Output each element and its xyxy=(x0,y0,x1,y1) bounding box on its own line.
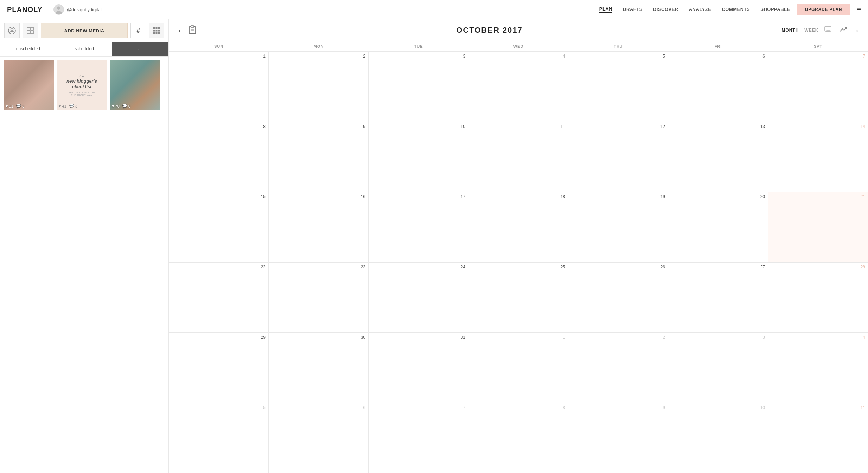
calendar-cell[interactable]: 25 xyxy=(468,263,568,332)
calendar-cell[interactable]: 7 xyxy=(768,52,868,122)
calendar-cell[interactable]: 9 xyxy=(269,122,369,192)
sidebar-toolbar: ADD NEW MEDIA # xyxy=(0,19,168,42)
media-item[interactable]: the new blogger'schecklist SET UP YOUR B… xyxy=(57,60,107,110)
calendar-cell[interactable]: 22 xyxy=(169,263,269,332)
calendar-cell[interactable]: 29 xyxy=(169,333,269,403)
calendar-cell[interactable]: 7 xyxy=(369,403,468,473)
tab-unscheduled[interactable]: unscheduled xyxy=(0,42,56,56)
layout-tool-button[interactable] xyxy=(23,23,38,38)
calendar-cell[interactable]: 21 xyxy=(768,192,868,262)
calendar-day-header-thu: THU xyxy=(568,41,668,51)
calendar-date: 2 xyxy=(571,335,665,340)
calendar-cell[interactable]: 10 xyxy=(668,403,768,473)
media-item-stats: ♥ 41💬 3 xyxy=(59,104,77,108)
svg-rect-11 xyxy=(158,27,160,29)
calendar-date: 6 xyxy=(272,405,365,410)
comments-icon-button[interactable] xyxy=(822,24,834,36)
calendar-cell[interactable]: 6 xyxy=(668,52,768,122)
calendar-next-button[interactable]: › xyxy=(853,25,861,36)
calendar-cell[interactable]: 23 xyxy=(269,263,369,332)
calendar-week: 22232425262728 xyxy=(169,263,868,333)
top-navigation: PLANOLY @designbydigital PLANDRAFTSDISCO… xyxy=(0,0,868,19)
analytics-icon-button[interactable] xyxy=(837,24,849,36)
calendar-header: ‹ OCTOBER 2017 MONTH WEEK xyxy=(169,19,868,41)
calendar-cell[interactable]: 11 xyxy=(468,122,568,192)
calendar-cell[interactable]: 18 xyxy=(468,192,568,262)
calendar-cell[interactable]: 19 xyxy=(568,192,668,262)
calendar-cell[interactable]: 2 xyxy=(568,333,668,403)
calendar-date: 4 xyxy=(771,335,865,340)
nav-link-analyze[interactable]: ANALYZE xyxy=(689,7,711,13)
calendar-prev-button[interactable]: ‹ xyxy=(176,25,184,36)
calendar-cell[interactable]: 1 xyxy=(169,52,269,122)
svg-rect-9 xyxy=(153,27,155,29)
calendar-cell[interactable]: 1 xyxy=(468,333,568,403)
calendar-cell[interactable]: 31 xyxy=(369,333,468,403)
week-view-button[interactable]: WEEK xyxy=(804,28,818,33)
calendar-cell[interactable]: 15 xyxy=(169,192,269,262)
account-switcher[interactable]: @designbydigital xyxy=(53,4,102,15)
calendar-cell[interactable]: 5 xyxy=(169,403,269,473)
calendar-cell[interactable]: 8 xyxy=(468,403,568,473)
calendar-date: 25 xyxy=(471,265,565,270)
media-comments: 💬 3 xyxy=(16,104,24,108)
nav-link-drafts[interactable]: DRAFTS xyxy=(623,7,643,13)
calendar-cell[interactable]: 16 xyxy=(269,192,369,262)
calendar-date: 17 xyxy=(371,194,465,199)
nav-link-discover[interactable]: DISCOVER xyxy=(653,7,678,13)
calendar-clipboard-icon[interactable] xyxy=(187,25,197,36)
month-view-button[interactable]: MONTH xyxy=(781,28,799,33)
calendar-cell[interactable]: 20 xyxy=(668,192,768,262)
calendar-cell[interactable]: 30 xyxy=(269,333,369,403)
calendar-cell[interactable]: 8 xyxy=(169,122,269,192)
calendar-cell[interactable]: 4 xyxy=(768,333,868,403)
nav-link-plan[interactable]: PLAN xyxy=(599,6,612,13)
calendar-cell[interactable]: 17 xyxy=(369,192,468,262)
grid-tool-button[interactable] xyxy=(149,23,164,38)
calendar-cell[interactable]: 11 xyxy=(768,403,868,473)
calendar-date: 20 xyxy=(671,194,765,199)
hashtag-tool-button[interactable]: # xyxy=(130,23,146,38)
calendar-cell[interactable]: 28 xyxy=(768,263,868,332)
calendar-date: 19 xyxy=(571,194,665,199)
heart-icon: ♥ xyxy=(59,104,61,108)
hamburger-menu-icon[interactable]: ≡ xyxy=(857,6,861,14)
calendar-date: 2 xyxy=(272,54,365,59)
nav-link-shoppable[interactable]: SHOPPABLE xyxy=(760,7,790,13)
calendar-cell[interactable]: 5 xyxy=(568,52,668,122)
calendar-cell[interactable]: 26 xyxy=(568,263,668,332)
calendar-date: 7 xyxy=(371,405,465,410)
tab-all[interactable]: all xyxy=(112,42,168,56)
calendar-date: 13 xyxy=(671,124,765,129)
calendar-cell[interactable]: 6 xyxy=(269,403,369,473)
calendar-cell[interactable]: 12 xyxy=(568,122,668,192)
calendar-date: 12 xyxy=(571,124,665,129)
calendar-cell[interactable]: 27 xyxy=(668,263,768,332)
profile-tool-button[interactable] xyxy=(4,23,20,38)
calendar-cell[interactable]: 10 xyxy=(369,122,468,192)
calendar-cell[interactable]: 24 xyxy=(369,263,468,332)
calendar-date: 7 xyxy=(771,54,865,59)
media-item-image: the new blogger'schecklist SET UP YOUR B… xyxy=(57,60,107,110)
calendar-cell[interactable]: 14 xyxy=(768,122,868,192)
media-item-stats: ♥ 70💬 6 xyxy=(112,104,130,108)
calendar-cell[interactable]: 2 xyxy=(269,52,369,122)
calendar-cell[interactable]: 3 xyxy=(369,52,468,122)
calendar-cell[interactable]: 9 xyxy=(568,403,668,473)
calendar-date: 9 xyxy=(571,405,665,410)
tab-scheduled[interactable]: scheduled xyxy=(56,42,113,56)
nav-link-comments[interactable]: COMMENTS xyxy=(722,7,750,13)
add-new-media-button[interactable]: ADD NEW MEDIA xyxy=(41,23,128,38)
upgrade-plan-button[interactable]: UPGRADE PLAN xyxy=(797,4,850,15)
calendar-cell[interactable]: 4 xyxy=(468,52,568,122)
calendar-week: 891011121314 xyxy=(169,122,868,192)
heart-icon: ♥ xyxy=(6,104,8,108)
brand-logo[interactable]: PLANOLY xyxy=(7,6,43,14)
calendar-weeks: 1234567891011121314151617181920212223242… xyxy=(169,52,868,473)
media-item[interactable]: ♥ 51💬 3 xyxy=(4,60,54,110)
calendar-date: 4 xyxy=(471,54,565,59)
calendar-cell[interactable]: 3 xyxy=(668,333,768,403)
media-item[interactable]: ♥ 70💬 6 xyxy=(110,60,160,110)
calendar-cell[interactable]: 13 xyxy=(668,122,768,192)
svg-rect-15 xyxy=(153,32,155,34)
